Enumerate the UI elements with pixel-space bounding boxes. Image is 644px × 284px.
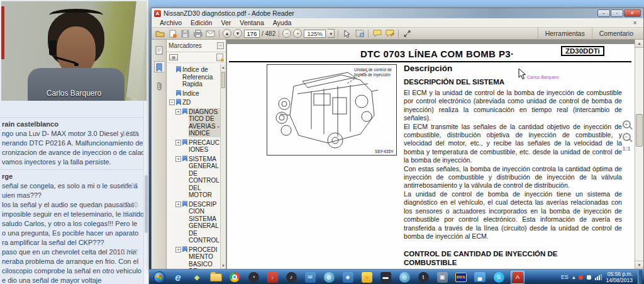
menu-ver[interactable]: Ver (216, 19, 235, 26)
expand-expander-icon[interactable]: + (175, 109, 181, 115)
collapse-expander-icon[interactable]: − (169, 99, 175, 105)
zoom-out-button[interactable]: − (282, 29, 291, 38)
tools-pane-button[interactable]: Herramientas (538, 28, 592, 40)
bookmark-item[interactable]: Indice (169, 90, 220, 98)
panel-collapse-icon[interactable]: − (217, 42, 224, 49)
language-indicator[interactable]: ES (561, 274, 569, 280)
highlight-tool-button[interactable] (384, 29, 395, 38)
download-manager-button[interactable]: ↓ (265, 271, 279, 284)
menu-edicion[interactable]: Edición (186, 19, 216, 26)
chat-panel[interactable]: rain castelblanco ngo una Luv D- MAX mot… (0, 101, 144, 284)
disc-app-button[interactable]: ◎ (397, 271, 411, 284)
menu-ventana[interactable]: Ventana (235, 19, 269, 26)
bookmark-label[interactable]: DESCRIPCION SISTEMA GENERAL DE CONTROL (189, 201, 220, 244)
dds-app-button[interactable]: DDS (454, 271, 468, 284)
bookmark-label[interactable]: DIAGNOSTICO DE AVERIAS - INDICE (189, 108, 220, 137)
internet-explorer-button[interactable]: e (171, 271, 185, 284)
chat-scrollbar[interactable] (143, 101, 148, 284)
menu-archivo[interactable]: Archivo (155, 19, 186, 26)
bookmarks-scrollbar-thumb[interactable] (221, 72, 225, 88)
bookmark-label[interactable]: ZD (182, 99, 220, 106)
zoom-in-button[interactable]: + (293, 29, 302, 38)
minimize-button[interactable]: – (597, 9, 610, 17)
zoom-dropdown-icon[interactable]: ▾ (328, 29, 335, 38)
bookmark-item[interactable]: +DESCRIPCION SISTEMA GENERAL DE CONTROL (175, 201, 220, 244)
bookmark-item[interactable]: +SISTEMA GENERAL DE CONTROL DEL MOTOR (175, 156, 220, 199)
expand-expander-icon[interactable]: + (175, 202, 181, 207)
bookmark-item[interactable]: −ZD (169, 99, 220, 106)
email-button[interactable] (205, 29, 216, 38)
messenger-button[interactable]: ◆ (190, 271, 204, 284)
taskbar-clock[interactable]: 05:56 p.m. 14/08/2013 (606, 271, 634, 283)
create-pdf-button[interactable] (167, 29, 178, 38)
hidden-icons-arrow-icon[interactable]: ▴ (572, 274, 575, 280)
selection-tool-button[interactable] (341, 29, 352, 38)
sticky-note-button[interactable] (372, 29, 382, 38)
itunes-button[interactable]: ♪ (284, 271, 298, 284)
bookmark-label[interactable]: Indice (182, 90, 220, 98)
car-app-button[interactable]: ▄ (473, 271, 487, 284)
bookmarks-scrollbar[interactable]: ▲ ▼ (220, 64, 226, 269)
bookmark-item[interactable]: Indice de Referencia Rapida (169, 66, 220, 88)
web-globe-button[interactable]: ◍ (322, 271, 336, 284)
save-button[interactable] (180, 29, 191, 38)
outlook-button[interactable]: ✉ (303, 271, 317, 284)
actual-size-overlay-icon[interactable]: 1:1 (622, 145, 630, 152)
maximize-button[interactable]: ▫ (611, 9, 623, 17)
clock-t-app-button[interactable]: t (416, 271, 430, 284)
comment-pane-button[interactable]: Comentario (592, 28, 640, 40)
laptop-app-button[interactable]: ▬ (379, 271, 392, 284)
scroll-up-icon[interactable]: ▲ (221, 64, 226, 71)
bookmark-item[interactable]: +PRECAUCIONES (175, 139, 220, 154)
start-button[interactable] (152, 271, 166, 284)
menu-ayuda[interactable]: Ayuda (269, 19, 296, 26)
bookmark-item-selected[interactable]: +DIAGNOSTICO DE AVERIAS - INDICE (175, 108, 220, 137)
expand-expander-icon[interactable]: + (175, 247, 181, 253)
new-bookmark-icon[interactable] (216, 54, 223, 61)
promo-app-button[interactable]: ☼ (360, 271, 374, 284)
chat-scrollbar-thumb[interactable] (145, 175, 148, 233)
window-titlebar[interactable]: A NissanZD30 diagnóstico.pdf - Adobe Rea… (152, 8, 643, 18)
previous-page-button[interactable]: ▲ (223, 29, 231, 38)
expand-expander-icon[interactable]: + (175, 140, 181, 145)
print-button[interactable] (192, 29, 203, 38)
document-close-icon[interactable]: ✕ (633, 20, 637, 26)
document-scrollbar[interactable]: ▲ ▼ (635, 40, 643, 269)
badge-app-button[interactable]: ▣ (435, 271, 449, 284)
bookmark-label[interactable]: PRECAUCIONES (189, 139, 220, 154)
open-file-button[interactable] (155, 29, 165, 38)
next-page-button[interactable]: ▼ (233, 29, 242, 38)
bookmark-item[interactable]: +PROCEDIMIENTO BASICO DE SERVICIO (175, 246, 220, 270)
skype-button[interactable]: S (492, 271, 506, 284)
network-signal-icon[interactable] (595, 274, 602, 280)
page-number-input[interactable] (244, 30, 260, 38)
scroll-down-icon[interactable]: ▼ (221, 263, 226, 269)
zoom-out-overlay-icon[interactable]: − (623, 133, 631, 141)
zoom-level-value[interactable]: 125% (304, 30, 326, 38)
media-clock-button[interactable]: ◔ (247, 271, 260, 284)
fullscreen-button[interactable] (402, 29, 413, 38)
page-thumbnails-icon[interactable] (154, 45, 164, 56)
bookmark-label[interactable]: SISTEMA GENERAL DE CONTROL DEL MOTOR (189, 156, 220, 199)
document-scrollbar-thumb[interactable] (636, 114, 643, 147)
file-explorer-button[interactable] (209, 271, 223, 284)
scroll-up-icon[interactable]: ▲ (635, 40, 643, 48)
scroll-down-icon[interactable]: ▼ (635, 261, 643, 269)
tray-notification-icon[interactable] (579, 275, 583, 280)
chat-message-text: ngo una Luv D- MAX motor 3.0 Diesel y es… (2, 130, 139, 137)
media-center-button[interactable]: ◈ (341, 271, 355, 284)
bookmark-label[interactable]: PROCEDIMIENTO BASICO DE SERVICIO (189, 246, 220, 270)
snapshot-tool-button[interactable] (354, 29, 365, 38)
chrome-button[interactable] (228, 271, 242, 284)
expand-expander-icon[interactable]: + (175, 156, 181, 162)
attachments-icon[interactable] (154, 80, 164, 91)
bookmark-label[interactable]: Indice de Referencia Rapida (182, 66, 220, 88)
tray-app-icon[interactable] (587, 275, 591, 280)
chat-message: paso que en un chevrolet celta del 2010 … (0, 247, 144, 257)
show-desktop-button[interactable] (638, 270, 642, 284)
bookmarks-panel-icon[interactable] (154, 61, 164, 72)
close-button[interactable]: ✕ (624, 9, 641, 17)
zoom-in-overlay-icon[interactable]: + (623, 120, 631, 128)
bookmark-options-icon[interactable]: ▤ (169, 54, 178, 60)
adobe-reader-taskbar-button[interactable]: A (511, 271, 525, 284)
